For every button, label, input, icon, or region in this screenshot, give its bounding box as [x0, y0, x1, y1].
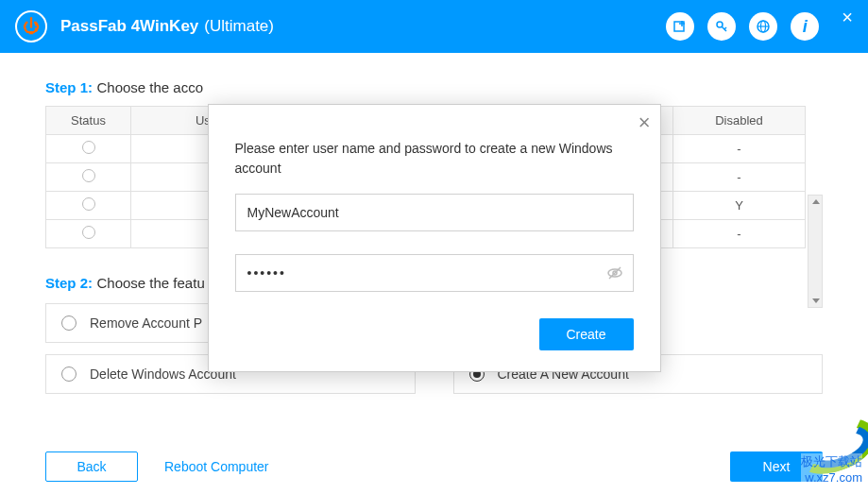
- password-input[interactable]: [235, 254, 634, 292]
- modal-backdrop: × Please enter user name and password to…: [0, 0, 868, 494]
- dialog-close-button[interactable]: ×: [638, 111, 651, 135]
- eye-off-icon: [605, 264, 624, 282]
- username-input[interactable]: [235, 194, 634, 231]
- toggle-password-visibility-icon[interactable]: [605, 264, 624, 287]
- dialog-message: Please enter user name and password to c…: [235, 139, 634, 179]
- create-button[interactable]: Create: [539, 318, 634, 350]
- create-account-dialog: × Please enter user name and password to…: [208, 104, 661, 372]
